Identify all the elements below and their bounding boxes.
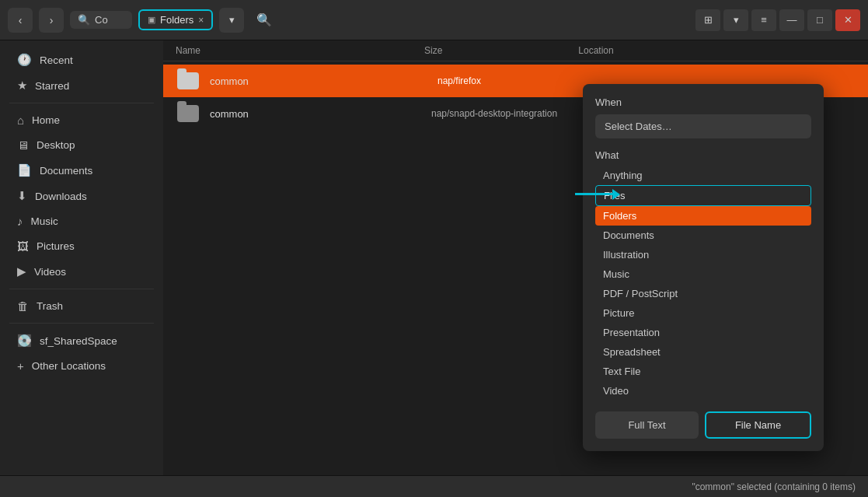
header-size: Size	[424, 45, 563, 56]
list-item[interactable]: PDF / PostScript	[595, 284, 811, 303]
close-button[interactable]: ✕	[835, 9, 860, 31]
search-icon: 🔍	[78, 14, 90, 26]
sidebar-item-home[interactable]: ⌂ Home	[5, 108, 159, 132]
filter-chip-close-button[interactable]: ×	[198, 15, 204, 26]
list-item[interactable]: Presentation	[595, 323, 811, 342]
sidebar-divider-1	[9, 103, 154, 103]
main-layout: 🕐 Recent ★ Starred ⌂ Home 🖥 Desktop 📄 Do…	[0, 40, 868, 475]
list-item-folders[interactable]: Folders	[595, 206, 811, 226]
documents-icon: 📄	[17, 163, 32, 177]
list-item[interactable]: Music	[595, 264, 811, 284]
minimize-button[interactable]: —	[779, 9, 804, 31]
sidebar-item-music[interactable]: ♪ Music	[5, 209, 159, 233]
sidebar-divider-3	[9, 323, 154, 324]
list-item[interactable]: Illustration	[595, 245, 811, 264]
sidebar-label-downloads: Downloads	[35, 191, 87, 202]
sidebar: 🕐 Recent ★ Starred ⌂ Home 🖥 Desktop 📄 Do…	[0, 40, 163, 475]
list-item[interactable]: Picture	[595, 303, 811, 323]
sidebar-label-music: Music	[31, 215, 58, 227]
sidebar-label-starred: Starred	[35, 80, 69, 92]
trash-icon: 🗑	[17, 299, 29, 313]
filter-chip-folders[interactable]: ▣ Folders ×	[138, 9, 213, 30]
grid-view-dropdown-button[interactable]: ▾	[723, 9, 748, 31]
list-item-files[interactable]: Files	[595, 185, 811, 206]
sidebar-item-documents[interactable]: 📄 Documents	[5, 158, 159, 183]
sidebar-item-desktop[interactable]: 🖥 Desktop	[5, 133, 159, 157]
filter-chip-label: Folders	[160, 14, 193, 26]
folder-icon	[176, 103, 200, 124]
list-view-button[interactable]: ≡	[751, 9, 776, 31]
header-location: Location	[578, 45, 856, 56]
sidebar-item-downloads[interactable]: ⬇ Downloads	[5, 184, 159, 208]
sidebar-label-shared: sf_SharedSpace	[40, 335, 117, 347]
maximize-button[interactable]: □	[807, 9, 832, 31]
folder-icon	[176, 70, 200, 92]
statusbar: "common" selected (containing 0 items)	[0, 475, 868, 497]
sidebar-label-recent: Recent	[40, 54, 73, 66]
sidebar-item-recent[interactable]: 🕐 Recent	[5, 47, 159, 72]
view-controls: ⊞ ▾ ≡ — □ ✕	[695, 9, 860, 31]
music-icon: ♪	[17, 215, 23, 228]
sidebar-item-other[interactable]: + Other Locations	[5, 354, 159, 378]
titlebar: ‹ › 🔍 Co ▣ Folders × ▾ 🔍 ⊞ ▾ ≡ — □ ✕	[0, 0, 868, 40]
videos-icon: ▶	[17, 264, 26, 278]
starred-icon: ★	[17, 79, 27, 93]
list-item[interactable]: Spreadsheet	[595, 342, 811, 362]
forward-button[interactable]: ›	[39, 8, 64, 33]
sidebar-label-videos: Videos	[34, 266, 66, 278]
sidebar-item-shared[interactable]: 💽 sf_SharedSpace	[5, 328, 159, 353]
sidebar-label-pictures: Pictures	[37, 240, 75, 252]
downloads-icon: ⬇	[17, 189, 27, 203]
full-text-button[interactable]: Full Text	[595, 411, 699, 439]
sidebar-item-pictures[interactable]: 🖼 Pictures	[5, 234, 159, 258]
recent-icon: 🕐	[17, 53, 32, 67]
search-input-value: Co	[95, 14, 108, 26]
sidebar-divider-2	[9, 289, 154, 289]
file-list-header: Name Size Location	[163, 40, 868, 61]
sidebar-label-other: Other Locations	[32, 360, 106, 372]
other-icon: +	[17, 359, 24, 373]
search-type-buttons: Full Text File Name	[595, 411, 811, 439]
grid-view-button[interactable]: ⊞	[695, 9, 720, 31]
sidebar-label-documents: Documents	[40, 165, 92, 177]
back-button[interactable]: ‹	[8, 8, 33, 33]
arrow-indicator	[575, 193, 614, 195]
sidebar-item-trash[interactable]: 🗑 Trash	[5, 294, 159, 318]
list-item[interactable]: Anything	[595, 166, 811, 185]
file-name-button[interactable]: File Name	[705, 411, 811, 439]
sidebar-label-home: Home	[32, 114, 60, 126]
shared-icon: 💽	[17, 334, 32, 348]
what-label: What	[595, 149, 811, 161]
when-label: When	[595, 96, 811, 108]
file-name-1: common	[210, 108, 422, 120]
sidebar-label-trash: Trash	[37, 300, 63, 312]
list-item[interactable]: Text File	[595, 362, 811, 381]
sidebar-item-starred[interactable]: ★ Starred	[5, 73, 159, 98]
desktop-icon: 🖥	[17, 138, 29, 152]
file-name-0: common	[210, 75, 422, 87]
status-text: "common" selected (containing 0 items)	[692, 481, 856, 492]
what-list: Anything Files Folders Documents Illustr…	[595, 166, 811, 401]
list-item[interactable]: Documents	[595, 226, 811, 245]
select-dates-button[interactable]: Select Dates…	[595, 114, 811, 138]
pictures-icon: 🖼	[17, 240, 29, 253]
file-area: Name Size Location common nap/firefox co…	[163, 40, 868, 475]
location-highlight: nap/firefox	[431, 74, 487, 88]
search-box[interactable]: 🔍 Co	[70, 11, 132, 29]
filter-dropdown-button[interactable]: ▾	[219, 8, 244, 33]
filter-chip-icon: ▣	[148, 15, 155, 25]
list-item[interactable]: Video	[595, 381, 811, 401]
home-icon: ⌂	[17, 114, 24, 127]
sidebar-label-desktop: Desktop	[37, 139, 75, 151]
search-toggle-button[interactable]: 🔍	[250, 6, 278, 34]
search-filter-dropdown: When Select Dates… What Anything Files F…	[583, 84, 824, 451]
sidebar-item-videos[interactable]: ▶ Videos	[5, 259, 159, 284]
header-name: Name	[176, 45, 409, 56]
